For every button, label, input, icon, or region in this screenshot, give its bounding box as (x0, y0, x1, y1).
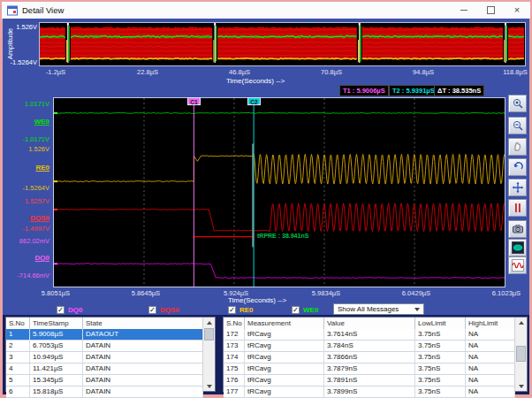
cursor-c2-flag[interactable]: C2 (247, 97, 261, 105)
message-filter-dropdown[interactable]: Show All Messages (333, 303, 424, 315)
channel-checkbox-label: DQ0 (68, 306, 82, 314)
column-header-state[interactable]: State (83, 318, 203, 329)
triangle-down-icon (519, 385, 524, 388)
channel-toggle-dq0[interactable]: ✓DQ0 (57, 305, 82, 314)
overview-x-tick: 70.8µS (309, 68, 353, 76)
zoom-in-button[interactable] (508, 95, 527, 112)
scrollbar-thumb[interactable] (204, 328, 214, 341)
table-cell: tRCavg (245, 352, 324, 363)
column-header-lowlimit[interactable]: LowLimit (415, 318, 466, 329)
column-header-measurement[interactable]: Measurement (245, 318, 324, 329)
table-row[interactable]: 177tRCavg3.7899nS3.75nSNA (224, 387, 515, 398)
table-cell: 172 (224, 329, 245, 340)
cursors-icon (512, 202, 524, 214)
channel-label-dq0: DQ0 (1, 254, 49, 262)
table-cell: DATAOUT (83, 329, 203, 340)
table-row[interactable]: 615.818µSDATAIN (6, 387, 203, 398)
axis-value-label: 1.526V (1, 145, 49, 153)
table-cell: 3.75nS (415, 364, 466, 374)
table-cell: 3.75nS (415, 352, 466, 363)
table-row[interactable]: 172tRCavg3.7614nS3.75nSNA (224, 329, 515, 341)
scroll-down-button[interactable] (203, 381, 215, 391)
pan-button[interactable] (508, 138, 527, 156)
scroll-up-button[interactable] (203, 318, 215, 327)
table-body: 172tRCavg3.7614nS3.75nSNA173tRCavg3.784n… (224, 329, 515, 391)
minimize-button[interactable] (451, 2, 477, 19)
fit-screen-button[interactable] (508, 179, 527, 196)
table-cell: 2 (6, 341, 30, 351)
mask-test-button[interactable] (508, 239, 527, 256)
table-cell: DATAIN (83, 352, 203, 363)
table-row[interactable]: 174tRCavg3.7866nS3.75nSNA (224, 352, 515, 364)
scrollbar-thumb[interactable] (516, 346, 526, 362)
snapshot-button[interactable] (508, 220, 527, 238)
cursor-t2-readout: T2 : 5.9391µS (389, 85, 438, 96)
channel-toggle-we0[interactable]: ✓WE0 (292, 305, 318, 314)
close-button[interactable]: × (504, 2, 530, 19)
minimize-icon (460, 10, 467, 11)
message-filter-value: Show All Messages (338, 305, 414, 313)
window-title: Detail View (22, 5, 64, 15)
table-cell: 3.7891nS (324, 375, 415, 386)
table-row[interactable]: 310.949µSDATAIN (6, 352, 203, 364)
channel-label-dqs0: DQS0 (1, 214, 49, 222)
zoom-out-icon (512, 119, 524, 132)
table-cell: tRCavg (245, 375, 324, 386)
axis-value-label: 1.5257V (1, 197, 49, 205)
table-cell: tRCavg (245, 341, 324, 351)
table-cell: 176 (224, 375, 245, 386)
axis-value-label: -1.4997V (1, 225, 49, 233)
maximize-icon (487, 6, 495, 14)
table-cell: 5 (6, 375, 30, 386)
undo-button[interactable] (508, 158, 527, 176)
zoom-out-button[interactable] (508, 117, 527, 134)
main-plot[interactable] (53, 97, 505, 287)
waveform-button[interactable] (508, 256, 527, 274)
table-cell: 6 (6, 387, 30, 397)
overview-x-tick: 46.8µS (217, 68, 262, 76)
measurement-table: S.NoMeasurementValueLowLimitHighLimit172… (223, 317, 528, 392)
triangle-up-icon (519, 321, 524, 325)
overview-x-tick: 22.8µS (125, 68, 170, 76)
checkbox-re0[interactable]: ✓ (228, 306, 236, 314)
table-row[interactable]: 175tRCavg3.7879nS3.75nSNA (224, 364, 515, 375)
checkbox-we0[interactable]: ✓ (292, 306, 300, 314)
table-row[interactable]: 173tRCavg3.784nS3.75nSNA (224, 341, 515, 352)
close-icon: × (514, 5, 520, 15)
channel-toggle-dqs0[interactable]: ✓DQS0 (148, 305, 179, 314)
table-cell: 3 (6, 352, 30, 363)
table-row[interactable]: 15.9008µSDATAOUT (6, 329, 203, 341)
checkbox-dqs0[interactable]: ✓ (148, 306, 156, 314)
column-header-highlimit[interactable]: HighLimit (466, 318, 515, 329)
scroll-down-button[interactable] (515, 381, 527, 391)
table-cell: 3.7879nS (324, 364, 415, 374)
column-header-timestamp[interactable]: TimeStamp (30, 318, 83, 329)
vertical-scrollbar[interactable] (202, 318, 215, 391)
table-cell: 15.345µS (30, 375, 83, 386)
checkbox-dq0[interactable]: ✓ (57, 306, 65, 314)
scroll-up-button[interactable] (515, 318, 527, 327)
main-x-tick: 5.8645µS (124, 289, 168, 297)
axis-value-label: -1.5264V (1, 184, 49, 192)
table-header: S.NoTimeStampState (6, 318, 203, 330)
column-header-s-no[interactable]: S.No (224, 318, 245, 329)
cursors-button[interactable] (508, 199, 527, 217)
overview-plot[interactable] (39, 22, 526, 66)
snapshot-icon (512, 223, 524, 235)
axis-value-label: -714.66mV (1, 272, 49, 279)
table-row[interactable]: 176tRCavg3.7891nS3.75nSNA (224, 375, 515, 387)
overview-waveform (40, 23, 525, 65)
column-header-s-no[interactable]: S.No (6, 318, 30, 329)
table-cell: 3.75nS (415, 329, 466, 340)
column-header-value[interactable]: Value (324, 318, 415, 329)
axis-value-label: 1.0171V (1, 100, 49, 108)
cursor-c1-flag[interactable]: C1 (187, 97, 201, 105)
table-row[interactable]: 26.7053µSDATAIN (6, 341, 203, 352)
maximize-button[interactable] (477, 2, 504, 19)
vertical-scrollbar[interactable] (514, 318, 527, 391)
table-body: 15.9008µSDATAOUT26.7053µSDATAIN310.949µS… (6, 329, 203, 391)
table-row[interactable]: 411.421µSDATAIN (6, 364, 203, 375)
channel-toggle-re0[interactable]: ✓RE0 (228, 305, 254, 314)
channel-label-we0: WE0 (1, 118, 49, 126)
table-row[interactable]: 515.345µSDATAIN (6, 375, 203, 387)
